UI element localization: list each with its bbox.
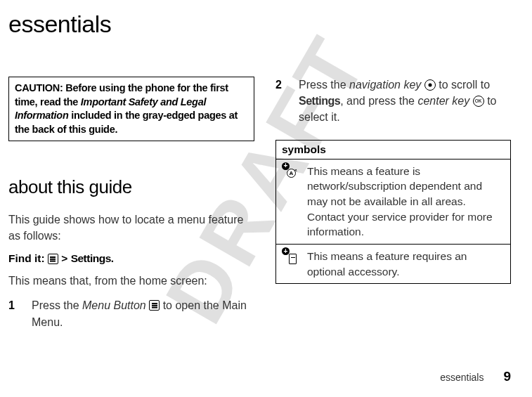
this-means-text: This means that, from the home screen: — [8, 273, 254, 289]
step-1-italic: Menu Button — [82, 299, 146, 311]
navigation-key-icon — [424, 79, 436, 91]
step-2-italic1: navigation key — [349, 79, 421, 91]
menu-icon — [48, 254, 58, 264]
step-1-num: 1 — [8, 297, 19, 330]
symbols-row-network: ༥ This means a feature is network/subscr… — [276, 160, 510, 245]
left-column: CAUTION: Before using the phone for the … — [8, 77, 254, 336]
page-footer: essentials 9 — [440, 369, 511, 384]
step-2-mid2: , and press the — [340, 95, 417, 107]
footer-label: essentials — [440, 372, 484, 383]
step-2-mid1: to scroll to — [436, 79, 490, 91]
footer-page-number: 9 — [503, 369, 511, 384]
step-1-pre: Press the — [32, 299, 82, 311]
step-1-text: Press the Menu Button to open the Main M… — [32, 297, 254, 330]
step-2: 2 Press the navigation key to scroll to … — [275, 77, 511, 126]
step-1: 1 Press the Menu Button to open the Main… — [8, 297, 254, 330]
accessory-icon — [289, 254, 297, 264]
symbols-text-network: This means a feature is network/subscrip… — [307, 160, 510, 244]
section-heading: about this guide — [8, 176, 254, 198]
find-it-chevron: > — [61, 252, 67, 264]
right-column: 2 Press the navigation key to scroll to … — [275, 77, 511, 336]
page-title: essentials — [8, 11, 511, 38]
page-content: essentials CAUTION: Before using the pho… — [0, 0, 532, 336]
step-2-text: Press the navigation key to scroll to Se… — [299, 77, 511, 126]
antenna-icon: ༥ — [287, 169, 296, 178]
menu-icon — [149, 300, 160, 311]
symbols-icon-network: ༥ — [276, 160, 307, 244]
find-it-label: Find it: — [8, 252, 45, 264]
center-key-icon — [473, 96, 484, 107]
find-it-target: Settings. — [71, 252, 114, 264]
symbols-text-accessory: This means a feature requires an optiona… — [307, 245, 510, 283]
find-it-line: Find it: > Settings. — [8, 252, 254, 265]
step-2-bold: Settings — [299, 95, 340, 107]
caution-box: CAUTION: Before using the phone for the … — [8, 77, 254, 141]
symbols-header: symbols — [276, 141, 510, 160]
intro-text: This guide shows how to locate a menu fe… — [8, 212, 254, 244]
step-2-pre: Press the — [299, 79, 349, 91]
symbols-row-accessory: This means a feature requires an optiona… — [276, 245, 510, 283]
symbols-table: symbols ༥ This means a feature is networ… — [275, 140, 511, 285]
columns: CAUTION: Before using the phone for the … — [8, 77, 511, 336]
symbols-icon-accessory — [276, 245, 307, 283]
step-2-num: 2 — [275, 77, 286, 126]
step-2-italic2: center key — [417, 95, 469, 107]
